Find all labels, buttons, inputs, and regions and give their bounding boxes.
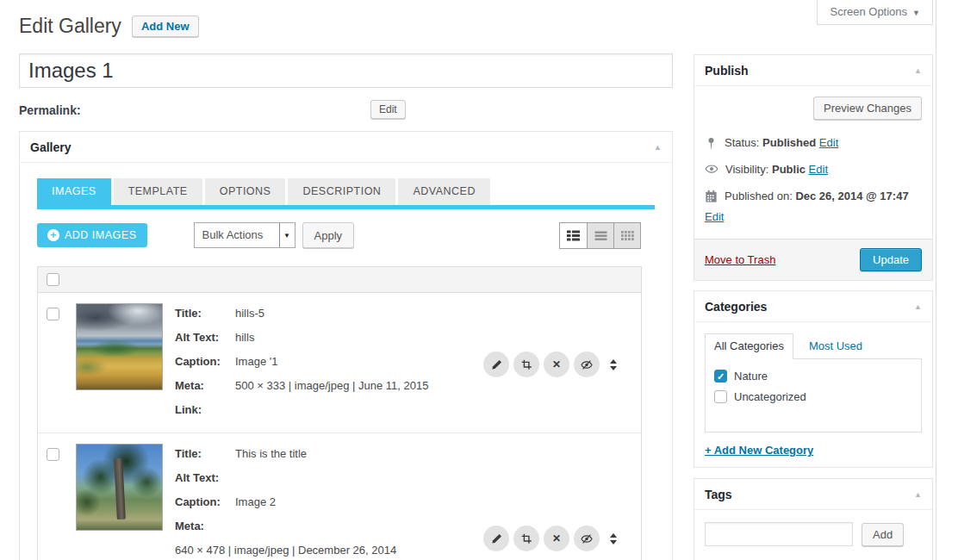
triangle-up-icon[interactable]: ▲ <box>914 291 922 322</box>
visibility-edit-link[interactable]: Edit <box>809 163 828 176</box>
view-grid-button[interactable] <box>613 223 640 248</box>
sort-handle[interactable] <box>610 533 617 544</box>
sort-handle[interactable] <box>610 359 617 370</box>
permalink-row: Permalink: Edit <box>19 103 673 117</box>
published-on-value: Dec 26, 2014 @ 17:47 <box>795 190 908 202</box>
add-new-button[interactable]: Add New <box>132 16 199 37</box>
gallery-metabox-title: Gallery <box>30 140 71 154</box>
gallery-title-input[interactable] <box>19 53 673 88</box>
tab-advanced[interactable]: ADVANCED <box>398 178 490 205</box>
triangle-up-icon[interactable]: ▲ <box>914 55 922 86</box>
delete-image-button[interactable]: ✕ <box>544 352 569 377</box>
image-thumbnail[interactable] <box>76 303 163 390</box>
add-images-button[interactable]: + ADD IMAGES <box>37 223 147 247</box>
edit-image-button[interactable] <box>483 526 509 551</box>
categories-tabs: All Categories Most Used <box>705 333 922 358</box>
image-row: Title:This is the title Alt Text: Captio… <box>38 433 641 560</box>
tags-metabox-title: Tags <box>705 488 732 501</box>
update-button[interactable]: Update <box>860 248 922 271</box>
category-label: Nature <box>734 370 768 383</box>
tab-most-used[interactable]: Most Used <box>806 334 866 358</box>
grid-icon <box>621 230 634 241</box>
crop-image-button[interactable] <box>513 352 539 377</box>
crop-icon <box>521 359 532 370</box>
plus-circle-icon: + <box>47 229 59 241</box>
crop-image-button[interactable] <box>513 526 539 551</box>
exclude-image-button[interactable] <box>574 526 600 551</box>
publish-footer: Move to Trash Update <box>694 239 932 280</box>
gallery-toolbar: + ADD IMAGES Bulk Actions ▼ Apply <box>37 222 655 248</box>
status-label: Status: <box>725 136 759 149</box>
category-item: ✓ Nature <box>714 370 912 383</box>
x-icon: ✕ <box>552 358 561 370</box>
category-checkbox-uncategorized[interactable] <box>714 390 727 403</box>
triangle-up-icon[interactable]: ▲ <box>654 132 662 163</box>
sort-down-icon <box>610 366 617 370</box>
screen-options-label: Screen Options <box>830 5 907 18</box>
eye-icon <box>705 163 718 175</box>
add-images-label: ADD IMAGES <box>65 229 137 241</box>
categories-metabox: Categories ▲ All Categories Most Used ✓ … <box>694 290 933 468</box>
tags-metabox: Tags ▲ Add <box>694 478 933 560</box>
publish-metabox-title: Publish <box>705 64 749 78</box>
field-value: 500 × 333 | image/jpeg | June 11, 2015 <box>235 377 428 401</box>
category-label: Uncategorized <box>734 390 806 403</box>
image-thumbnail[interactable] <box>76 444 163 531</box>
exclude-image-button[interactable] <box>574 352 600 377</box>
tab-all-categories[interactable]: All Categories <box>705 333 793 359</box>
triangle-up-icon[interactable]: ▲ <box>914 479 922 510</box>
scrollbar-track-edge <box>936 0 936 560</box>
publish-metabox-header[interactable]: Publish ▲ <box>694 55 932 86</box>
screen-options-button[interactable]: Screen Options▼ <box>817 0 933 25</box>
categories-metabox-header[interactable]: Categories ▲ <box>694 291 932 322</box>
row-actions: ✕ <box>483 352 617 377</box>
gallery-metabox-header[interactable]: Gallery ▲ <box>20 132 672 163</box>
status-edit-link[interactable]: Edit <box>819 136 838 149</box>
tab-description[interactable]: DESCRIPTION <box>288 178 395 205</box>
delete-image-button[interactable]: ✕ <box>544 526 569 551</box>
tab-options[interactable]: OPTIONS <box>205 178 286 205</box>
image-row: Title:hills-5 Alt Text:hills Caption:Ima… <box>38 293 641 433</box>
status-row: Status: Published Edit <box>705 135 922 150</box>
row-actions: ✕ <box>483 526 617 551</box>
field-label: Meta: <box>175 377 235 401</box>
triangle-down-icon: ▼ <box>279 223 295 247</box>
view-lines-button[interactable] <box>587 223 613 248</box>
image-fields: Title:This is the title Alt Text: Captio… <box>175 444 483 560</box>
edit-image-button[interactable] <box>483 352 509 377</box>
category-checkbox-nature[interactable]: ✓ <box>714 370 727 383</box>
images-table-header <box>38 267 641 293</box>
published-edit-link[interactable]: Edit <box>705 210 724 223</box>
bulk-actions-value: Bulk Actions <box>195 223 279 247</box>
triangle-down-icon: ▼ <box>912 9 920 17</box>
visibility-label: Visibility: <box>725 163 768 176</box>
crop-icon <box>521 533 532 544</box>
x-icon: ✕ <box>552 532 561 544</box>
bulk-actions-select[interactable]: Bulk Actions ▼ <box>194 222 295 248</box>
preview-changes-button[interactable]: Preview Changes <box>813 96 922 120</box>
select-all-checkbox[interactable] <box>47 273 59 286</box>
permalink-edit-button[interactable]: Edit <box>370 100 406 119</box>
field-label: Caption: <box>175 353 235 377</box>
apply-button[interactable]: Apply <box>302 222 355 248</box>
view-list-details-button[interactable] <box>560 223 587 248</box>
tags-input[interactable] <box>705 522 853 546</box>
tab-images[interactable]: IMAGES <box>37 178 111 205</box>
visibility-value: Public <box>772 163 806 176</box>
field-label: Title: <box>175 305 235 329</box>
meta-value-wrapped: 640 × 478 | image/jpeg | December 26, 20… <box>175 542 483 560</box>
categories-body: All Categories Most Used ✓ Nature Uncate… <box>694 322 932 467</box>
row-checkbox[interactable] <box>47 308 59 320</box>
gallery-tabs: IMAGES TEMPLATE OPTIONS DESCRIPTION ADVA… <box>37 178 655 205</box>
field-label: Alt Text: <box>175 329 235 353</box>
eye-slash-icon <box>581 533 593 544</box>
add-new-category-link[interactable]: + Add New Category <box>705 444 813 457</box>
row-checkbox[interactable] <box>47 448 59 461</box>
tags-add-button[interactable]: Add <box>862 523 904 546</box>
tab-template[interactable]: TEMPLATE <box>114 178 202 205</box>
published-on-row: Published on: Dec 26, 2014 @ 17:47 <box>705 189 922 203</box>
tags-metabox-header[interactable]: Tags ▲ <box>694 479 932 510</box>
sort-down-icon <box>610 540 617 544</box>
gallery-metabox-content: IMAGES TEMPLATE OPTIONS DESCRIPTION ADVA… <box>20 163 672 560</box>
move-to-trash-link[interactable]: Move to Trash <box>705 253 775 266</box>
